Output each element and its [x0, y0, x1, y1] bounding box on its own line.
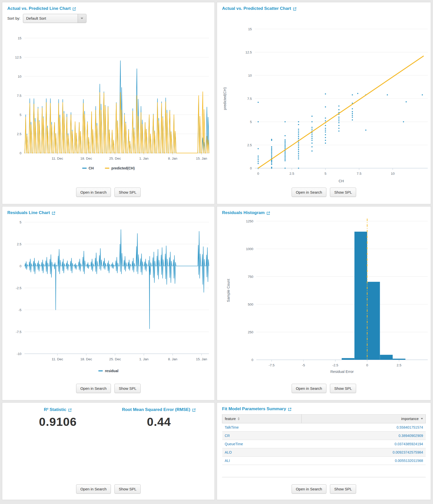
- svg-text:0: 0: [250, 166, 252, 170]
- panel-footer: Open in Search Show SPL: [7, 384, 209, 393]
- svg-text:15. Jan: 15. Jan: [196, 157, 207, 160]
- svg-text:predicted(CH): predicted(CH): [223, 87, 227, 110]
- svg-text:Sample Count: Sample Count: [226, 279, 230, 302]
- page-title: Actual vs. Predicted Scatter Chart: [222, 6, 291, 11]
- residuals-histogram-chart[interactable]: 025050075010001250-7.5-5-2.502.5Residual…: [222, 218, 426, 375]
- rmse-value: 0.44: [108, 415, 209, 429]
- svg-text:1. Jan: 1. Jan: [139, 157, 148, 160]
- svg-text:2.5: 2.5: [247, 143, 252, 147]
- importance-cell[interactable]: 0.0055132011568: [301, 457, 425, 465]
- show-spl-button[interactable]: Show SPL: [330, 484, 356, 494]
- legend-item[interactable]: residual: [98, 369, 118, 373]
- svg-text:1. Jan: 1. Jan: [139, 357, 148, 361]
- sort-dropdown-value: Default Sort: [23, 16, 78, 20]
- panel-residuals-line: Residuals Line Chart 52.50-2.5-5-7.5-101…: [2, 206, 215, 400]
- fit-model-table-container: feature importance TalkTime0.558401751: [222, 414, 426, 477]
- svg-text:-10: -10: [17, 352, 21, 356]
- show-spl-button[interactable]: Show SPL: [114, 384, 141, 393]
- svg-text:18. Dec: 18. Dec: [80, 157, 92, 160]
- feature-cell[interactable]: ALO: [222, 448, 302, 457]
- svg-text:0: 0: [20, 151, 21, 155]
- show-spl-button[interactable]: Show SPL: [330, 188, 356, 197]
- svg-text:7.5: 7.5: [357, 172, 361, 175]
- open-in-search-button[interactable]: Open in Search: [76, 384, 111, 393]
- table-row: ALI0.0055132011568: [222, 457, 426, 465]
- feature-cell[interactable]: CR: [222, 432, 302, 440]
- svg-text:2.5: 2.5: [397, 363, 401, 367]
- svg-text:11. Dec: 11. Dec: [52, 157, 63, 160]
- panel-title-histogram: Residuals Histogram: [222, 210, 426, 216]
- table-row: QueueTime0.0374385924194: [222, 440, 426, 448]
- page-title: Residuals Histogram: [222, 210, 265, 215]
- open-in-new-icon[interactable]: [288, 407, 292, 411]
- panel-footer: Open in Search Show SPL: [222, 484, 426, 494]
- svg-text:1000: 1000: [246, 247, 253, 251]
- svg-text:8. Jan: 8. Jan: [168, 357, 177, 361]
- sort-dropdown[interactable]: Default Sort: [23, 14, 86, 23]
- svg-text:5: 5: [250, 120, 252, 124]
- svg-text:7.5: 7.5: [247, 97, 252, 101]
- svg-text:-7.5: -7.5: [269, 363, 274, 367]
- legend-item[interactable]: predicted(CH): [105, 166, 135, 170]
- show-spl-button[interactable]: Show SPL: [114, 484, 141, 494]
- svg-text:0: 0: [366, 363, 368, 367]
- svg-text:-5: -5: [18, 308, 21, 312]
- actual-vs-predicted-line-chart[interactable]: 02.557.51012.51511. Dec18. Dec25. Dec1. …: [7, 25, 209, 163]
- legend-item[interactable]: CH: [82, 166, 94, 170]
- residuals-chart-legend: residual: [7, 369, 209, 373]
- svg-text:500: 500: [248, 303, 253, 306]
- feature-cell[interactable]: ALI: [222, 457, 302, 465]
- importance-cell[interactable]: 0.558401751574: [301, 423, 425, 432]
- fit-model-parameters-table: feature importance TalkTime0.558401751: [222, 414, 426, 465]
- panel-title-residuals: Residuals Line Chart: [7, 210, 209, 216]
- open-in-search-button[interactable]: Open in Search: [76, 484, 111, 494]
- r2-statistic-value: 0.9106: [7, 415, 108, 429]
- svg-text:18. Dec: 18. Dec: [80, 357, 92, 361]
- open-in-search-button[interactable]: Open in Search: [292, 484, 326, 494]
- residuals-line-chart[interactable]: 52.50-2.5-5-7.5-1011. Dec18. Dec25. Dec1…: [7, 218, 209, 365]
- sort-by-label: Sort by:: [7, 16, 20, 20]
- feature-header-label: feature: [225, 417, 236, 421]
- panel-statistics: R² Statistic 0.9106 Root Mean Squared Er…: [2, 402, 215, 500]
- column-header-feature[interactable]: feature: [222, 414, 302, 423]
- open-in-new-icon[interactable]: [52, 211, 55, 215]
- open-in-new-icon[interactable]: [293, 7, 297, 11]
- open-in-search-button[interactable]: Open in Search: [76, 188, 111, 197]
- column-header-importance[interactable]: importance: [301, 414, 425, 423]
- open-in-search-button[interactable]: Open in Search: [292, 188, 326, 197]
- svg-text:8. Jan: 8. Jan: [168, 157, 177, 160]
- open-in-new-icon[interactable]: [72, 7, 76, 11]
- svg-text:11. Dec: 11. Dec: [52, 357, 63, 361]
- svg-text:250: 250: [248, 330, 253, 334]
- open-in-new-icon[interactable]: [68, 408, 72, 412]
- show-spl-button[interactable]: Show SPL: [330, 384, 356, 393]
- importance-cell[interactable]: 0.00923742575984: [301, 448, 425, 457]
- importance-cell[interactable]: 0.38940902909: [301, 432, 425, 440]
- legend-label: CH: [89, 166, 94, 170]
- svg-text:25. Dec: 25. Dec: [109, 357, 121, 361]
- svg-text:0: 0: [257, 172, 259, 175]
- svg-text:5: 5: [20, 220, 21, 224]
- feature-cell[interactable]: TalkTime: [222, 423, 302, 432]
- importance-header-label: importance: [401, 417, 419, 421]
- single-value-row: R² Statistic 0.9106 Root Mean Squared Er…: [7, 407, 209, 429]
- rmse-block: Root Mean Squared Error (RMSE) 0.44: [108, 407, 209, 429]
- importance-cell[interactable]: 0.0374385924194: [301, 440, 425, 448]
- open-in-new-icon[interactable]: [266, 211, 270, 215]
- panel-actual-vs-predicted-scatter: Actual vs. Predicted Scatter Chart 02.55…: [217, 2, 431, 204]
- feature-cell[interactable]: QueueTime: [222, 440, 302, 448]
- rmse-title: Root Mean Squared Error (RMSE): [122, 407, 196, 412]
- svg-text:0: 0: [20, 264, 21, 268]
- show-spl-button[interactable]: Show SPL: [114, 188, 141, 197]
- svg-text:2.5: 2.5: [17, 132, 21, 136]
- panel-residuals-histogram: Residuals Histogram 025050075010001250-7…: [217, 206, 431, 400]
- svg-text:5: 5: [325, 172, 327, 175]
- svg-text:25. Dec: 25. Dec: [109, 157, 121, 160]
- svg-text:15. Jan: 15. Jan: [196, 357, 207, 361]
- actual-vs-predicted-scatter-chart[interactable]: 02.557.51012.51502.557.510CHpredicted(CH…: [222, 14, 426, 189]
- svg-text:-7.5: -7.5: [16, 330, 21, 334]
- sort-by-row: Sort by: Default Sort: [7, 14, 209, 23]
- open-in-new-icon[interactable]: [192, 408, 196, 412]
- r2-statistic-label: R² Statistic: [44, 407, 66, 412]
- open-in-search-button[interactable]: Open in Search: [292, 384, 326, 393]
